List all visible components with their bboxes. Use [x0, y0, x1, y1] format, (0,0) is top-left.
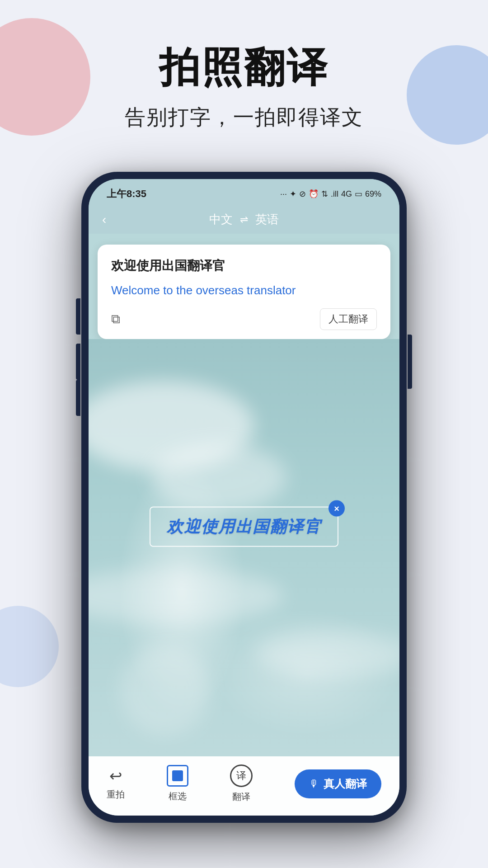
close-icon: × — [334, 503, 339, 514]
translate-char: 译 — [236, 769, 246, 783]
language-swap-icon[interactable]: ⇌ — [240, 214, 248, 226]
translate-circle-icon: 译 — [230, 764, 253, 787]
source-language-label[interactable]: 中文 — [209, 212, 233, 227]
status-silent-icon: ⊘ — [299, 189, 306, 199]
language-selector[interactable]: 中文 ⇌ 英语 — [209, 212, 279, 227]
original-text: 欢迎使用出国翻译官 — [111, 257, 377, 274]
translation-card: 欢迎使用出国翻译官 Welcome to the overseas transl… — [98, 245, 390, 339]
status-data-icon: ⇅ — [321, 189, 328, 199]
select-frame-item[interactable]: 框选 — [167, 765, 188, 802]
frame-select-icon — [167, 765, 188, 787]
status-icons: ··· ✦ ⊘ ⏰ ⇅ .ill 4G ▭ 69% — [280, 189, 381, 199]
card-footer: ⧉ 人工翻译 — [111, 308, 377, 330]
retake-item[interactable]: ↩ 重拍 — [107, 767, 125, 801]
close-selection-button[interactable]: × — [328, 500, 345, 517]
phone: 上午8:35 ··· ✦ ⊘ ⏰ ⇅ .ill 4G ▭ 69% ‹ 中文 — [81, 172, 407, 823]
status-time: 上午8:35 — [107, 187, 146, 201]
sub-title: 告别打字，一拍即得译文 — [0, 104, 488, 132]
status-alarm-icon: ⏰ — [309, 189, 319, 199]
target-language-label[interactable]: 英语 — [255, 212, 279, 227]
human-translate-button[interactable]: 人工翻译 — [320, 308, 377, 330]
real-translate-label: 真人翻译 — [324, 777, 367, 791]
wave-shape-5 — [120, 645, 210, 736]
status-network-dots: ··· — [280, 189, 287, 199]
select-label: 框选 — [169, 790, 187, 802]
status-battery-percent: 69% — [365, 189, 381, 199]
main-title: 拍照翻译 — [0, 45, 488, 90]
status-bar: 上午8:35 ··· ✦ ⊘ ⏰ ⇅ .ill 4G ▭ 69% — [89, 179, 399, 205]
wave-shape-2 — [151, 443, 286, 511]
selected-text-overlay: 欢迎使用出国翻译官 × — [150, 507, 338, 547]
real-translate-button[interactable]: 🎙 真人翻译 — [295, 769, 381, 798]
copy-icon[interactable]: ⧉ — [111, 312, 120, 327]
frame-inner — [172, 770, 183, 781]
translated-text: Welcome to the overseas translator — [111, 282, 377, 299]
phone-screen: 上午8:35 ··· ✦ ⊘ ⏰ ⇅ .ill 4G ▭ 69% ‹ 中文 — [89, 179, 399, 816]
mic-icon: 🎙 — [309, 778, 319, 790]
back-button[interactable]: ‹ — [102, 212, 106, 227]
selected-text: 欢迎使用出国翻译官 — [167, 517, 321, 536]
status-battery-icon: ▭ — [355, 189, 362, 199]
bg-blob-blue2 — [0, 606, 59, 687]
retake-icon: ↩ — [109, 767, 122, 785]
retake-label: 重拍 — [107, 788, 125, 801]
status-signal-icon: .ill — [331, 189, 338, 199]
status-4g-icon: 4G — [341, 189, 352, 199]
translate-label: 翻译 — [232, 791, 250, 803]
translate-item[interactable]: 译 翻译 — [230, 764, 253, 803]
camera-view[interactable]: 欢迎使用出国翻译官 × — [89, 339, 399, 756]
phone-outer: 上午8:35 ··· ✦ ⊘ ⏰ ⇅ .ill 4G ▭ 69% ‹ 中文 — [81, 172, 407, 823]
status-bluetooth-icon: ✦ — [290, 189, 296, 199]
nav-bar: ‹ 中文 ⇌ 英语 — [89, 205, 399, 234]
header-area: 拍照翻译 告别打字，一拍即得译文 — [0, 0, 488, 132]
bottom-toolbar: ↩ 重拍 框选 译 翻译 — [89, 756, 399, 816]
